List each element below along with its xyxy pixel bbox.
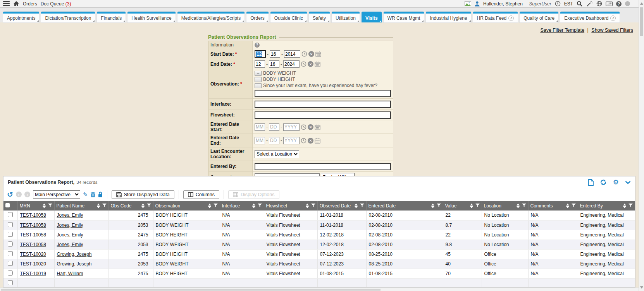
- collapse-chevron-icon[interactable]: [625, 181, 631, 184]
- entered-date-end-day-input[interactable]: [269, 137, 279, 144]
- mrn-link[interactable]: TEST-10020: [20, 252, 46, 257]
- start-date-day-input[interactable]: [270, 50, 280, 58]
- entered-by-input[interactable]: [255, 163, 391, 170]
- patient-name-link[interactable]: Hart, William: [57, 271, 83, 276]
- remove-observation-button[interactable]: –: [255, 83, 262, 88]
- entered-date-end-year-input[interactable]: [283, 137, 300, 144]
- wand-icon[interactable]: [586, 1, 593, 7]
- filter-icon[interactable]: [437, 203, 441, 209]
- time-picker-icon[interactable]: [301, 51, 307, 57]
- clear-date-icon[interactable]: ×: [308, 124, 313, 130]
- filter-icon[interactable]: [311, 203, 315, 209]
- sort-icon[interactable]: [517, 204, 520, 208]
- columns-button[interactable]: Columns: [183, 190, 219, 199]
- reset-icon[interactable]: ↺: [7, 191, 13, 198]
- last-encounter-location-select[interactable]: Select a Location: [255, 150, 299, 158]
- calendar-icon[interactable]: [315, 124, 320, 130]
- entered-date-start-year-input[interactable]: [283, 123, 300, 131]
- mrn-link[interactable]: TEST-10058: [20, 223, 46, 228]
- row-checkbox[interactable]: [8, 222, 13, 227]
- tab-visits[interactable]: Visits: [362, 12, 382, 22]
- horizontal-scrollbar[interactable]: [0, 288, 639, 291]
- filter-icon[interactable]: [48, 203, 52, 209]
- refresh-icon[interactable]: [600, 179, 607, 185]
- home-icon[interactable]: [13, 1, 19, 7]
- tab-orders[interactable]: Orders: [246, 12, 269, 22]
- tab-medications-allergies-scripts[interactable]: Medications/Allergies/Scripts: [177, 12, 245, 22]
- tab-industrial-hygiene[interactable]: Industrial Hygiene: [426, 12, 471, 22]
- patient-name-link[interactable]: Jones, Emily: [57, 223, 83, 228]
- mrn-link[interactable]: TEST-10058: [20, 212, 46, 218]
- select-all-checkbox[interactable]: [5, 203, 10, 207]
- time-picker-icon[interactable]: [301, 124, 307, 130]
- entered-date-end-month-input[interactable]: [255, 137, 265, 144]
- previous-perspective-icon[interactable]: ‹: [16, 192, 22, 197]
- row-checkbox[interactable]: [8, 270, 13, 276]
- mrn-link[interactable]: TEST-10058: [20, 242, 46, 247]
- tab-dictation-transcription[interactable]: Dictation/Transcription: [41, 12, 95, 22]
- tab-health-surveillance[interactable]: Health Surveillance: [127, 12, 175, 22]
- horizontal-scroll-thumb[interactable]: [1, 289, 381, 291]
- filter-icon[interactable]: [629, 203, 633, 209]
- edit-perspective-icon[interactable]: ✎: [83, 191, 88, 198]
- tab-quality-of-care[interactable]: Quality of Care: [520, 12, 558, 22]
- help-icon[interactable]: ?: [616, 1, 622, 7]
- next-perspective-icon[interactable]: ›: [24, 192, 30, 197]
- sort-icon[interactable]: [141, 204, 145, 208]
- row-checkbox[interactable]: [8, 212, 13, 217]
- image-icon[interactable]: [465, 1, 471, 6]
- sort-icon[interactable]: [355, 204, 358, 208]
- tab-outside-clinic[interactable]: Outside Clinic: [270, 12, 307, 22]
- patient-name-link[interactable]: Growing, Joseph: [57, 252, 92, 257]
- tab-safety[interactable]: Safety: [309, 12, 330, 22]
- row-checkbox[interactable]: [8, 280, 13, 285]
- remove-observation-button[interactable]: –: [255, 77, 262, 82]
- patient-name-link[interactable]: Jones, Emily: [57, 232, 83, 238]
- patient-name-link[interactable]: Jones, Emily: [57, 212, 83, 218]
- entered-date-start-month-input[interactable]: [255, 123, 265, 131]
- delete-perspective-icon[interactable]: [91, 192, 95, 197]
- row-checkbox[interactable]: [8, 261, 13, 266]
- sort-icon[interactable]: [431, 204, 434, 208]
- column-header-entered-by[interactable]: Entered By: [578, 201, 635, 211]
- lock-perspective-icon[interactable]: [98, 192, 103, 197]
- end-date-day-input[interactable]: [269, 60, 279, 68]
- row-checkbox[interactable]: [8, 241, 13, 246]
- keyboard-icon[interactable]: [606, 2, 613, 6]
- new-document-icon[interactable]: [588, 179, 594, 186]
- sort-icon[interactable]: [566, 204, 569, 208]
- column-header-patient-name[interactable]: Patient Name: [54, 201, 108, 211]
- filter-icon[interactable]: [522, 203, 526, 209]
- column-header-interface[interactable]: Interface: [220, 201, 264, 211]
- observation-search-input[interactable]: [255, 90, 391, 97]
- clear-date-icon[interactable]: ×: [308, 61, 313, 67]
- tab-financials[interactable]: Financials: [97, 12, 126, 22]
- time-picker-icon[interactable]: [301, 61, 307, 67]
- column-header-entered-date[interactable]: Entered Date: [366, 201, 443, 211]
- patient-name-link[interactable]: Growing, Joseph: [57, 261, 92, 267]
- start-date-month-input[interactable]: 12: [255, 50, 266, 58]
- tab-utilization[interactable]: Utilization: [332, 12, 360, 22]
- filter-icon[interactable]: [258, 203, 262, 209]
- column-header-comments[interactable]: Comments: [528, 201, 578, 211]
- tab-executive-dashboard[interactable]: Executive Dashboard↗: [560, 12, 620, 22]
- row-checkbox[interactable]: [8, 251, 13, 256]
- remove-observation-button[interactable]: –: [255, 71, 262, 76]
- calendar-icon[interactable]: [315, 138, 320, 144]
- flowsheet-input[interactable]: [255, 111, 391, 119]
- show-saved-filters-link[interactable]: Show Saved Filters: [591, 27, 633, 33]
- start-date-year-input[interactable]: [284, 50, 300, 58]
- sort-icon[interactable]: [306, 204, 309, 208]
- nav-orders[interactable]: Orders: [23, 1, 37, 7]
- column-header-obs-code[interactable]: Obs Code: [108, 201, 153, 211]
- calendar-icon[interactable]: [315, 61, 320, 67]
- globe-icon[interactable]: [596, 1, 602, 7]
- patient-name-link[interactable]: Jones, Emily: [57, 242, 83, 247]
- sort-icon[interactable]: [43, 204, 46, 208]
- clear-date-icon[interactable]: ×: [308, 138, 313, 144]
- filter-icon[interactable]: [475, 203, 480, 209]
- filter-icon[interactable]: [572, 203, 576, 209]
- column-header-flowsheet[interactable]: Flowsheet: [264, 201, 317, 211]
- end-date-month-input[interactable]: [255, 60, 265, 68]
- column-header-value[interactable]: Value: [443, 201, 482, 211]
